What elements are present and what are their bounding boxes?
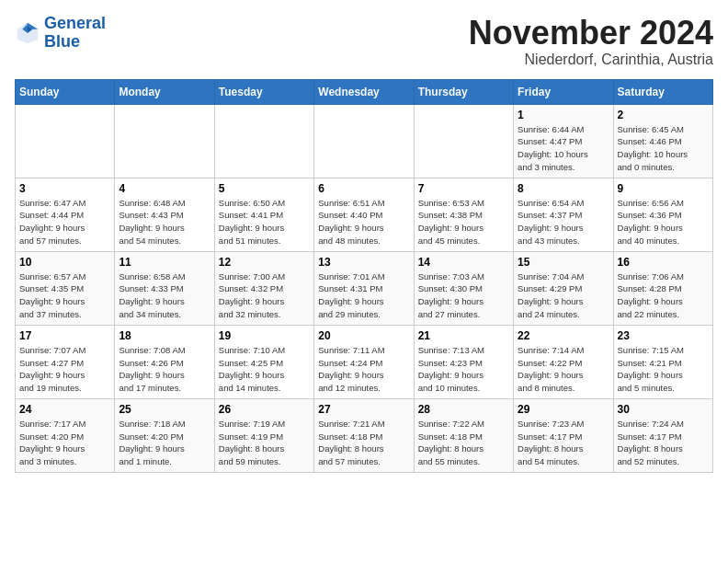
day-info: Sunrise: 7:06 AM Sunset: 4:28 PM Dayligh…: [618, 270, 709, 321]
calendar-header-row: SundayMondayTuesdayWednesdayThursdayFrid…: [16, 79, 713, 104]
day-number: 7: [418, 182, 509, 195]
day-cell: 21Sunrise: 7:13 AM Sunset: 4:23 PM Dayli…: [414, 325, 513, 398]
column-header-tuesday: Tuesday: [214, 79, 313, 104]
day-number: 25: [119, 403, 210, 416]
day-info: Sunrise: 6:57 AM Sunset: 4:35 PM Dayligh…: [19, 270, 110, 321]
day-cell: 9Sunrise: 6:56 AM Sunset: 4:36 PM Daylig…: [613, 178, 712, 251]
day-cell: [214, 104, 313, 178]
day-info: Sunrise: 7:21 AM Sunset: 4:18 PM Dayligh…: [318, 418, 409, 468]
day-info: Sunrise: 6:54 AM Sunset: 4:37 PM Dayligh…: [518, 197, 609, 247]
month-title: November 2024: [469, 15, 713, 52]
day-cell: 2Sunrise: 6:45 AM Sunset: 4:46 PM Daylig…: [613, 104, 712, 178]
column-header-monday: Monday: [115, 79, 214, 104]
week-row-5: 24Sunrise: 7:17 AM Sunset: 4:20 PM Dayli…: [16, 398, 713, 472]
day-cell: 12Sunrise: 7:00 AM Sunset: 4:32 PM Dayli…: [214, 251, 313, 325]
day-info: Sunrise: 7:13 AM Sunset: 4:23 PM Dayligh…: [418, 344, 509, 395]
day-info: Sunrise: 6:47 AM Sunset: 4:44 PM Dayligh…: [19, 197, 110, 247]
day-number: 1: [518, 109, 609, 121]
day-cell: [16, 104, 115, 178]
day-cell: 30Sunrise: 7:24 AM Sunset: 4:17 PM Dayli…: [613, 398, 712, 472]
day-info: Sunrise: 7:23 AM Sunset: 4:17 PM Dayligh…: [518, 418, 609, 468]
week-row-2: 3Sunrise: 6:47 AM Sunset: 4:44 PM Daylig…: [16, 178, 713, 251]
column-header-friday: Friday: [514, 79, 613, 104]
day-cell: 15Sunrise: 7:04 AM Sunset: 4:29 PM Dayli…: [514, 251, 613, 325]
day-info: Sunrise: 7:15 AM Sunset: 4:21 PM Dayligh…: [618, 344, 709, 395]
day-info: Sunrise: 6:53 AM Sunset: 4:38 PM Dayligh…: [418, 197, 509, 247]
day-number: 23: [618, 329, 709, 342]
day-info: Sunrise: 6:48 AM Sunset: 4:43 PM Dayligh…: [119, 197, 210, 247]
day-cell: 22Sunrise: 7:14 AM Sunset: 4:22 PM Dayli…: [514, 325, 613, 398]
day-info: Sunrise: 7:22 AM Sunset: 4:18 PM Dayligh…: [418, 418, 509, 468]
day-info: Sunrise: 6:58 AM Sunset: 4:33 PM Dayligh…: [119, 270, 210, 321]
day-number: 16: [618, 256, 709, 269]
day-cell: 8Sunrise: 6:54 AM Sunset: 4:37 PM Daylig…: [514, 178, 613, 251]
day-cell: 18Sunrise: 7:08 AM Sunset: 4:26 PM Dayli…: [115, 325, 214, 398]
day-number: 27: [318, 403, 409, 416]
day-cell: 4Sunrise: 6:48 AM Sunset: 4:43 PM Daylig…: [115, 178, 214, 251]
day-info: Sunrise: 6:51 AM Sunset: 4:40 PM Dayligh…: [318, 197, 409, 247]
day-cell: 24Sunrise: 7:17 AM Sunset: 4:20 PM Dayli…: [16, 398, 115, 472]
day-cell: 29Sunrise: 7:23 AM Sunset: 4:17 PM Dayli…: [514, 398, 613, 472]
day-number: 19: [219, 329, 310, 342]
day-cell: 27Sunrise: 7:21 AM Sunset: 4:18 PM Dayli…: [314, 398, 414, 472]
day-cell: 13Sunrise: 7:01 AM Sunset: 4:31 PM Dayli…: [314, 251, 414, 325]
day-info: Sunrise: 6:44 AM Sunset: 4:47 PM Dayligh…: [518, 123, 609, 174]
column-header-saturday: Saturday: [613, 79, 712, 104]
day-cell: 23Sunrise: 7:15 AM Sunset: 4:21 PM Dayli…: [613, 325, 712, 398]
day-number: 5: [219, 182, 310, 195]
day-info: Sunrise: 7:07 AM Sunset: 4:27 PM Dayligh…: [19, 344, 110, 395]
header: General Blue November 2024 Niederdorf, C…: [15, 15, 713, 68]
day-number: 8: [518, 182, 609, 195]
day-cell: 7Sunrise: 6:53 AM Sunset: 4:38 PM Daylig…: [414, 178, 513, 251]
day-number: 12: [219, 256, 310, 269]
day-cell: [314, 104, 414, 178]
column-header-sunday: Sunday: [16, 79, 115, 104]
day-info: Sunrise: 7:14 AM Sunset: 4:22 PM Dayligh…: [518, 344, 609, 395]
day-cell: 16Sunrise: 7:06 AM Sunset: 4:28 PM Dayli…: [613, 251, 712, 325]
day-info: Sunrise: 7:01 AM Sunset: 4:31 PM Dayligh…: [318, 270, 409, 321]
day-number: 13: [318, 256, 409, 269]
day-number: 22: [518, 329, 609, 342]
day-cell: 26Sunrise: 7:19 AM Sunset: 4:19 PM Dayli…: [214, 398, 313, 472]
day-cell: [414, 104, 513, 178]
day-cell: 5Sunrise: 6:50 AM Sunset: 4:41 PM Daylig…: [214, 178, 313, 251]
day-number: 11: [119, 256, 210, 269]
day-info: Sunrise: 7:19 AM Sunset: 4:19 PM Dayligh…: [219, 418, 310, 468]
day-info: Sunrise: 7:11 AM Sunset: 4:24 PM Dayligh…: [318, 344, 409, 395]
subtitle: Niederdorf, Carinthia, Austria: [469, 52, 713, 68]
day-info: Sunrise: 6:45 AM Sunset: 4:46 PM Dayligh…: [618, 123, 709, 174]
day-info: Sunrise: 7:04 AM Sunset: 4:29 PM Dayligh…: [518, 270, 609, 321]
day-info: Sunrise: 7:24 AM Sunset: 4:17 PM Dayligh…: [618, 418, 709, 468]
day-cell: 20Sunrise: 7:11 AM Sunset: 4:24 PM Dayli…: [314, 325, 414, 398]
day-number: 20: [318, 329, 409, 342]
day-cell: 28Sunrise: 7:22 AM Sunset: 4:18 PM Dayli…: [414, 398, 513, 472]
day-number: 24: [19, 403, 110, 416]
logo: General Blue: [15, 15, 106, 52]
day-cell: 10Sunrise: 6:57 AM Sunset: 4:35 PM Dayli…: [16, 251, 115, 325]
day-number: 6: [318, 182, 409, 195]
day-number: 15: [518, 256, 609, 269]
day-number: 18: [119, 329, 210, 342]
day-info: Sunrise: 7:18 AM Sunset: 4:20 PM Dayligh…: [119, 418, 210, 468]
day-cell: 11Sunrise: 6:58 AM Sunset: 4:33 PM Dayli…: [115, 251, 214, 325]
day-cell: 25Sunrise: 7:18 AM Sunset: 4:20 PM Dayli…: [115, 398, 214, 472]
day-info: Sunrise: 6:50 AM Sunset: 4:41 PM Dayligh…: [219, 197, 310, 247]
day-info: Sunrise: 7:08 AM Sunset: 4:26 PM Dayligh…: [119, 344, 210, 395]
day-number: 17: [19, 329, 110, 342]
day-cell: 17Sunrise: 7:07 AM Sunset: 4:27 PM Dayli…: [16, 325, 115, 398]
day-number: 14: [418, 256, 509, 269]
day-info: Sunrise: 7:03 AM Sunset: 4:30 PM Dayligh…: [418, 270, 509, 321]
day-number: 30: [618, 403, 709, 416]
title-area: November 2024 Niederdorf, Carinthia, Aus…: [469, 15, 713, 68]
day-number: 10: [19, 256, 110, 269]
day-number: 3: [19, 182, 110, 195]
day-cell: [115, 104, 214, 178]
column-header-wednesday: Wednesday: [314, 79, 414, 104]
logo-text: General Blue: [44, 15, 106, 52]
day-number: 29: [518, 403, 609, 416]
day-info: Sunrise: 7:17 AM Sunset: 4:20 PM Dayligh…: [19, 418, 110, 468]
day-number: 4: [119, 182, 210, 195]
day-number: 21: [418, 329, 509, 342]
week-row-4: 17Sunrise: 7:07 AM Sunset: 4:27 PM Dayli…: [16, 325, 713, 398]
day-cell: 3Sunrise: 6:47 AM Sunset: 4:44 PM Daylig…: [16, 178, 115, 251]
